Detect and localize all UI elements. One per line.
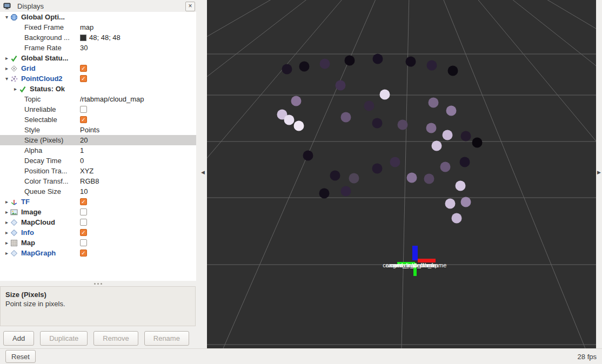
help-title: Size (Pixels) <box>5 291 190 299</box>
expander-icon[interactable]: ▸ <box>12 86 19 92</box>
tree-row-size-pixels[interactable]: Size (Pixels) 20 <box>0 135 196 145</box>
fixed-frame-value[interactable]: map <box>80 23 93 31</box>
tree-row-unreliable[interactable]: Unreliable <box>0 104 196 114</box>
point <box>345 56 355 66</box>
tree-row-grid[interactable]: ▸ Grid ✓ <box>0 63 196 73</box>
point <box>372 118 383 129</box>
expander-icon[interactable]: ▸ <box>3 199 10 205</box>
row-label: Grid <box>21 64 36 72</box>
frame-rate-value[interactable]: 30 <box>80 44 88 52</box>
row-label: Selectable <box>24 116 57 124</box>
row-label: Status: Ok <box>30 85 65 93</box>
tree-row-mapgraph[interactable]: ▸ MapGraph ✓ <box>0 248 196 258</box>
mapgraph-checkbox[interactable]: ✓ <box>80 250 87 257</box>
tree-row-frame-rate[interactable]: Frame Rate 30 <box>0 43 196 53</box>
point <box>456 181 466 191</box>
alpha-value[interactable]: 1 <box>80 146 84 154</box>
point <box>336 80 346 91</box>
point <box>303 151 313 161</box>
row-label: Alpha <box>24 146 42 154</box>
point <box>364 101 374 111</box>
rename-button[interactable]: Rename <box>144 331 189 346</box>
row-label: Size (Pixels) <box>24 136 63 144</box>
grid-display-icon <box>10 65 19 72</box>
row-label: Color Transf... <box>24 177 69 185</box>
axis-z <box>412 246 418 260</box>
expander-icon[interactable]: ▸ <box>3 55 10 61</box>
unreliable-checkbox[interactable] <box>80 106 87 113</box>
displays-panel-header: Displays × <box>0 0 200 12</box>
mapcloud-icon <box>10 219 19 226</box>
expander-icon[interactable]: ▸ <box>3 240 10 246</box>
grid-lines <box>207 0 596 348</box>
tree-row-pointcloud2[interactable]: ▾ PointCloud2 ✓ <box>0 73 196 84</box>
tree-row-map[interactable]: ▸ Map <box>0 238 196 248</box>
point <box>446 106 457 116</box>
queue-size-value[interactable]: 10 <box>80 187 88 196</box>
panel-splitter[interactable] <box>0 281 196 286</box>
tree-row-global-options[interactable]: ▾ Global Opti... <box>0 12 196 22</box>
expander-icon[interactable]: ▾ <box>3 14 10 20</box>
collapse-right-icon[interactable]: ▶ <box>597 170 601 175</box>
tree-row-style[interactable]: Style Points <box>0 125 196 135</box>
point <box>349 173 359 184</box>
close-icon[interactable]: × <box>185 2 195 11</box>
topic-value[interactable]: /rtabmap/cloud_map <box>80 95 144 103</box>
point <box>372 164 383 174</box>
tree-row-decay-time[interactable]: Decay Time 0 <box>0 156 196 166</box>
position-transformer-value[interactable]: XYZ <box>80 167 93 175</box>
background-color-value[interactable]: 48; 48; 48 <box>89 33 121 42</box>
row-label: Frame Rate <box>24 44 62 52</box>
tree-row-color-transformer[interactable]: Color Transf... RGB8 <box>0 176 196 186</box>
pointcloud2-checkbox[interactable]: ✓ <box>80 75 87 82</box>
collapse-left-icon[interactable]: ◀ <box>201 170 205 175</box>
pointcloud2-icon <box>10 75 19 83</box>
panel-title: Displays <box>17 2 44 10</box>
decay-time-value[interactable]: 0 <box>80 157 84 165</box>
point <box>472 138 483 148</box>
row-label: Background ... <box>24 33 70 42</box>
selectable-checkbox[interactable]: ✓ <box>80 116 87 123</box>
tree-row-tf[interactable]: ▸ TF ✓ <box>0 197 196 207</box>
tf-frame-label: map <box>426 262 438 268</box>
expander-icon[interactable]: ▾ <box>3 76 10 82</box>
expander-icon[interactable]: ▸ <box>3 230 10 235</box>
image-checkbox[interactable] <box>80 208 87 215</box>
tree-row-fixed-frame[interactable]: Fixed Frame map <box>0 22 196 32</box>
tree-row-alpha[interactable]: Alpha 1 <box>0 145 196 156</box>
tree-row-mapcloud[interactable]: ▸ MapCloud <box>0 217 196 227</box>
row-label: Position Tra... <box>24 167 67 175</box>
row-label: Info <box>21 228 34 237</box>
point <box>427 60 437 71</box>
size-pixels-value[interactable]: 20 <box>80 136 88 144</box>
grid-checkbox[interactable]: ✓ <box>80 65 87 72</box>
tree-row-background-color[interactable]: Background ... 48; 48; 48 <box>0 32 196 43</box>
duplicate-button[interactable]: Duplicate <box>40 331 88 346</box>
expander-icon[interactable]: ▸ <box>3 65 10 71</box>
tree-row-position-transformer[interactable]: Position Tra... XYZ <box>0 166 196 176</box>
tf-checkbox[interactable]: ✓ <box>80 198 87 205</box>
reset-button[interactable]: Reset <box>5 350 36 363</box>
expander-icon[interactable]: ▸ <box>3 219 10 225</box>
rviz-window: Displays × ▾ Global Opti... Fixed Frame … <box>0 0 602 364</box>
tree-row-status-ok[interactable]: ▸ Status: Ok <box>0 84 196 94</box>
style-value[interactable]: Points <box>80 126 99 134</box>
expander-icon[interactable]: ▸ <box>3 250 10 256</box>
add-button[interactable]: Add <box>3 331 34 346</box>
remove-button[interactable]: Remove <box>93 331 138 346</box>
point <box>319 188 330 199</box>
expander-icon[interactable]: ▸ <box>3 209 10 215</box>
point <box>432 141 442 151</box>
mapcloud-checkbox[interactable] <box>80 219 87 226</box>
color-transformer-value[interactable]: RGB8 <box>80 177 99 185</box>
row-label: Fixed Frame <box>24 23 64 31</box>
tree-row-queue-size[interactable]: Queue Size 10 <box>0 186 196 197</box>
map-checkbox[interactable] <box>80 239 87 246</box>
tree-row-info[interactable]: ▸ Info ✓ <box>0 227 196 238</box>
tree-row-global-status[interactable]: ▸ Global Statu... <box>0 53 196 63</box>
tree-row-selectable[interactable]: Selectable ✓ <box>0 114 196 125</box>
tree-row-image[interactable]: ▸ Image <box>0 207 196 217</box>
render-viewport[interactable]: camera_linkcamera_rgb_framecamera_depth_… <box>207 0 596 348</box>
tree-row-topic[interactable]: Topic /rtabmap/cloud_map <box>0 94 196 104</box>
info-checkbox[interactable]: ✓ <box>80 229 87 236</box>
